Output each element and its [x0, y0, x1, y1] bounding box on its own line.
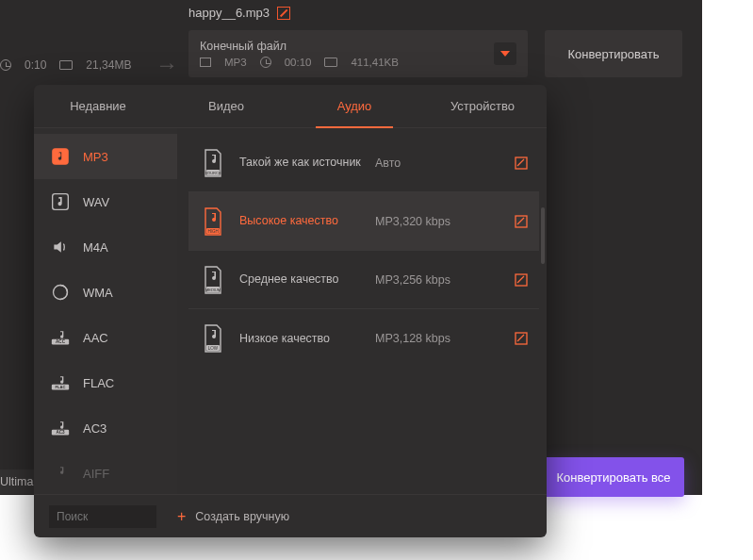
create-manual-label: Создать вручную	[195, 510, 289, 523]
aiff-badge-icon	[51, 464, 70, 483]
folder-icon	[324, 58, 337, 67]
preset-spec: MP3,256 kbps	[375, 273, 501, 287]
sidebar-item-label: WMA	[83, 286, 113, 300]
sidebar-item-ac3[interactable]: AC3 AC3	[34, 405, 177, 451]
arrow-right-icon: →	[156, 52, 178, 78]
svg-text:ACC: ACC	[56, 339, 66, 344]
convert-all-label: Конвертировать все	[556, 470, 670, 485]
sidebar-item-label: WAV	[83, 195, 109, 209]
svg-rect-14	[516, 216, 527, 227]
sidebar-item-label: AAC	[83, 331, 108, 345]
svg-rect-20	[516, 333, 527, 344]
source-meta: 0:10 21,34MB	[0, 58, 131, 72]
destination-card[interactable]: Конечный файл MP3 00:10 411,41KB	[188, 30, 528, 77]
destination-title: Конечный файл	[200, 40, 494, 53]
flac-badge-icon: FLAC	[51, 373, 70, 392]
tabs-bar: Недавние Видео Аудио Устройство	[34, 85, 547, 128]
tab-recent[interactable]: Недавние	[34, 85, 162, 127]
search-input[interactable]	[49, 505, 156, 528]
svg-text:FLAC: FLAC	[55, 385, 65, 389]
preset-high-icon: HIGH	[200, 206, 226, 238]
aac-badge-icon: ACC	[51, 328, 70, 347]
filename-row: happy__6.mp3	[188, 6, 290, 20]
preset-name: Высокое качество	[239, 213, 362, 228]
preset-low-icon: LOW	[200, 322, 226, 354]
destination-dropdown-button[interactable]	[494, 42, 516, 65]
scrollbar-thumb[interactable]	[541, 207, 545, 264]
sidebar-item-aiff[interactable]: AIFF	[34, 451, 177, 494]
preset-spec: MP3,320 kbps	[375, 215, 501, 228]
svg-text:LOW: LOW	[208, 346, 219, 351]
dest-size: 411,41KB	[351, 57, 399, 68]
sidebar-item-mp3[interactable]: MP3	[34, 134, 177, 179]
ac3-badge-icon: AC3	[51, 419, 70, 437]
filename-text: happy__6.mp3	[188, 6, 270, 20]
sidebar-item-label: AIFF	[83, 467, 109, 481]
tab-audio-label: Аудио	[337, 99, 372, 113]
convert-button-label: Конвертировать	[567, 47, 659, 61]
svg-text:MEDIUM: MEDIUM	[205, 287, 221, 291]
destination-info: Конечный файл MP3 00:10 411,41KB	[200, 40, 494, 68]
source-size: 21,34MB	[86, 58, 131, 72]
sidebar-item-label: M4A	[83, 240, 108, 255]
edit-filename-icon[interactable]	[277, 7, 290, 20]
format-dropdown-panel: Недавние Видео Аудио Устройство MP3 WAV	[34, 85, 547, 537]
dest-duration: 00:10	[285, 57, 312, 68]
sidebar-item-aac[interactable]: ACC AAC	[34, 315, 177, 360]
destination-meta: MP3 00:10 411,41KB	[200, 57, 494, 68]
preset-name: Такой же как источник	[239, 155, 362, 170]
speaker-icon	[51, 238, 70, 256]
clock-icon	[260, 57, 271, 68]
preset-medium[interactable]: MEDIUM Среднее качество MP3,256 kbps	[188, 251, 539, 309]
format-icon	[200, 58, 211, 67]
svg-text:HIGH: HIGH	[207, 228, 218, 233]
edit-preset-icon[interactable]	[515, 215, 528, 228]
preset-name: Среднее качество	[239, 272, 362, 287]
preset-low[interactable]: LOW Низкое качество MP3,128 kbps	[188, 309, 539, 368]
sidebar-item-label: MP3	[83, 150, 108, 164]
tab-audio[interactable]: Аудио	[290, 85, 418, 127]
svg-rect-17	[516, 274, 527, 286]
svg-text:AC3: AC3	[56, 430, 65, 435]
preset-spec: Авто	[375, 156, 501, 170]
chevron-down-icon	[500, 51, 510, 57]
music-note-icon	[51, 147, 70, 166]
tab-device[interactable]: Устройство	[418, 85, 547, 127]
swirl-icon	[51, 283, 70, 302]
edit-preset-icon[interactable]	[515, 332, 528, 345]
preset-source-icon: SOURCE	[200, 147, 226, 179]
dropdown-body: MP3 WAV M4A WMA	[34, 128, 547, 494]
sidebar-item-wma[interactable]: WMA	[34, 270, 177, 315]
preset-list: SOURCE Такой же как источник Авто HIGH В…	[177, 128, 547, 494]
preset-source[interactable]: SOURCE Такой же как источник Авто	[188, 134, 539, 192]
source-duration: 0:10	[25, 58, 46, 72]
tab-video-label: Видео	[208, 99, 244, 113]
convert-all-button[interactable]: Конвертировать все	[543, 457, 684, 497]
edit-preset-icon[interactable]	[515, 156, 528, 170]
svg-text:SOURCE: SOURCE	[205, 170, 221, 174]
dest-format: MP3	[224, 57, 247, 68]
edit-preset-icon[interactable]	[515, 273, 528, 287]
preset-spec: MP3,128 kbps	[375, 332, 501, 345]
music-note-icon	[51, 192, 70, 211]
convert-button[interactable]: Конвертировать	[545, 30, 682, 77]
clock-icon	[0, 59, 11, 71]
sidebar-item-label: FLAC	[83, 376, 114, 390]
sidebar-item-m4a[interactable]: M4A	[34, 224, 177, 270]
folder-icon	[59, 60, 73, 70]
preset-medium-icon: MEDIUM	[200, 264, 226, 296]
preset-high[interactable]: HIGH Высокое качество MP3,320 kbps	[188, 192, 539, 251]
sidebar-item-label: AC3	[83, 421, 106, 436]
create-manual-button[interactable]: + Создать вручную	[177, 508, 289, 525]
format-sidebar: MP3 WAV M4A WMA	[34, 128, 177, 494]
plus-icon: +	[177, 508, 186, 525]
tab-device-label: Устройство	[450, 99, 515, 113]
svg-rect-11	[516, 157, 527, 169]
sidebar-item-flac[interactable]: FLAC FLAC	[34, 360, 177, 405]
tab-video[interactable]: Видео	[162, 85, 290, 127]
dropdown-footer: + Создать вручную	[34, 494, 547, 537]
sidebar-item-wav[interactable]: WAV	[34, 179, 177, 224]
preset-name: Низкое качество	[239, 331, 362, 346]
tab-recent-label: Недавние	[70, 99, 126, 113]
